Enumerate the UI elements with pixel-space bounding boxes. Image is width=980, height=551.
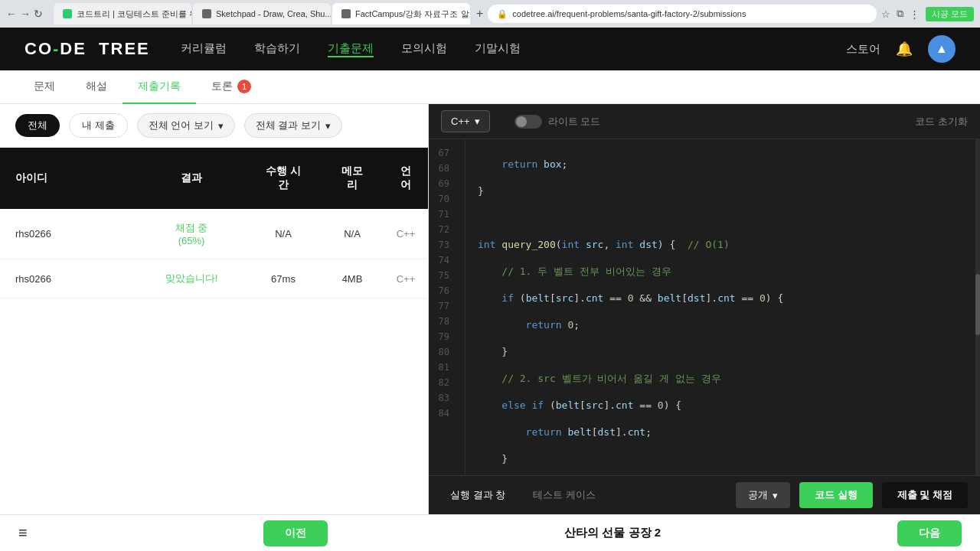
tab-solution[interactable]: 해설 (70, 70, 122, 104)
tab-submissions[interactable]: 제출기록 (122, 70, 196, 104)
scrollbar-thumb[interactable] (975, 274, 980, 335)
language-filter-label: 전체 언어 보기 (149, 119, 214, 132)
ln-71: 71 (429, 207, 456, 222)
sub-tabs: 문제 해설 제출기록 토론 1 (0, 70, 980, 104)
public-dropdown-icon: ▾ (773, 490, 778, 501)
row2-memory: 4MB (322, 273, 383, 285)
row2-status: 맞았습니다! (138, 272, 245, 285)
avatar[interactable]: ▲ (928, 35, 956, 63)
ln-72: 72 (429, 222, 456, 237)
language-select[interactable]: C++ ▾ (441, 110, 490, 132)
bell-icon[interactable]: 🔔 (896, 41, 913, 57)
theme-label: 라이트 모드 (548, 115, 601, 129)
ln-78: 78 (429, 314, 456, 329)
login-btn[interactable]: 시공 모드 (926, 7, 974, 21)
scrollbar-track[interactable] (975, 139, 980, 475)
language-filter-btn[interactable]: 전체 언어 보기 ▾ (137, 113, 235, 138)
theme-switch[interactable] (514, 115, 542, 129)
submission-row-1[interactable]: rhs0266 채점 중(65%) N/A N/A C++ (0, 209, 428, 259)
run-btn[interactable]: 코드 실행 (799, 482, 873, 508)
nav-items: 커리큘럼 학습하기 기출문제 모의시험 기말시험 (181, 41, 815, 57)
submission-row-2[interactable]: rhs0266 맞았습니다! 67ms 4MB C++ (0, 259, 428, 298)
ln-77: 77 (429, 298, 456, 314)
main-content: 전체 내 제출 전체 언어 보기 ▾ 전체 결과 보기 ▾ 아이디 결과 수행 … (0, 104, 980, 514)
tab-favicon-2 (202, 9, 211, 18)
new-tab-btn[interactable]: + (476, 7, 483, 21)
browser-tab-1[interactable]: 코드트리 | 코딩테스트 준비를 위 ✕ (54, 3, 191, 24)
reset-btn[interactable]: 코드 초기화 (915, 115, 968, 129)
menu-btn[interactable]: ≡ (18, 524, 28, 542)
language-value: C++ (451, 116, 470, 127)
tab-solution-label: 해설 (86, 80, 107, 93)
code-line-78: } (478, 452, 968, 467)
code-line-73: return 0; (478, 318, 968, 333)
mine-filter-btn[interactable]: 내 제출 (69, 113, 128, 138)
nav-item-final[interactable]: 기말시험 (475, 41, 521, 57)
row2-id: rhs0266 (15, 273, 138, 285)
result-dropdown-icon: ▾ (325, 120, 331, 132)
browser-tab-2[interactable]: Sketchpad - Draw, Crea, Shu... ✕ (193, 3, 331, 24)
code-content[interactable]: return box; } int query_200(int src, int… (466, 139, 980, 475)
browser-tab-3[interactable]: FactCampus/강화 자료구조 알고... ✕ (332, 3, 470, 24)
bookmark-icon[interactable]: ☆ (881, 8, 890, 20)
ln-84: 84 (429, 406, 456, 421)
code-line-72: if (belt[src].cnt == 0 && belt[dst].cnt … (478, 291, 968, 306)
browser-tabs: 코드트리 | 코딩테스트 준비를 위 ✕ Sketchpad - Draw, C… (54, 0, 483, 28)
ln-73: 73 (429, 237, 456, 253)
code-line-74: } (478, 344, 968, 360)
bottom-nav: ≡ 이전 산타의 선물 공장 2 다음 (0, 514, 980, 551)
row1-memory: N/A (322, 228, 383, 240)
line-numbers: 67 68 69 70 71 72 73 74 75 76 77 78 79 8… (429, 139, 466, 475)
ln-69: 69 (429, 176, 456, 191)
row1-status: 채점 중(65%) (138, 221, 245, 246)
browser-controls: ← → ↻ (6, 8, 43, 20)
code-line-69 (478, 210, 968, 226)
tab-favicon-1 (63, 9, 72, 18)
menu-icon[interactable]: ⋮ (910, 8, 920, 20)
logo: CO-DE TREE (24, 39, 150, 59)
row2-time: 67ms (245, 273, 322, 285)
forward-btn[interactable]: → (20, 8, 31, 20)
tab-label-2: Sketchpad - Draw, Crea, Shu... (216, 9, 331, 18)
nav-item-learning[interactable]: 학습하기 (254, 41, 300, 57)
tab-label-3: FactCampus/강화 자료구조 알고... (355, 8, 470, 20)
editor-bottom-toolbar: 실행 결과 창 테스트 케이스 공개 ▾ 코드 실행 제출 및 채점 (429, 475, 980, 514)
extensions-icon[interactable]: ⧉ (897, 8, 903, 20)
theme-toggle: 라이트 모드 (514, 115, 601, 129)
tab-label-1: 코드트리 | 코딩테스트 준비를 위 (77, 8, 191, 20)
left-toolbar: 전체 내 제출 전체 언어 보기 ▾ 전체 결과 보기 ▾ (0, 104, 428, 148)
code-line-77: return belt[dst].cnt; (478, 425, 968, 440)
editor-toolbar: C++ ▾ 라이트 모드 코드 초기화 (429, 104, 980, 139)
code-line-67: return box; (478, 157, 968, 172)
address-text: codetree.ai/frequent-problems/santa-gift… (512, 9, 746, 18)
col-header-time: 수행 시간 (245, 165, 322, 192)
result-tab[interactable]: 실행 결과 창 (441, 484, 514, 507)
reload-btn[interactable]: ↻ (34, 8, 43, 20)
tab-discussion[interactable]: 토론 1 (196, 70, 266, 104)
col-header-memory: 메모리 (322, 165, 383, 192)
row1-id: rhs0266 (15, 228, 138, 240)
submit-btn[interactable]: 제출 및 채점 (882, 482, 968, 508)
back-btn[interactable]: ← (6, 8, 17, 20)
testcase-tab[interactable]: 테스트 케이스 (524, 484, 605, 507)
public-btn[interactable]: 공개 ▾ (736, 482, 790, 508)
col-header-id: 아이디 (15, 171, 138, 185)
col-header-lang: 언어 (383, 165, 429, 192)
code-line-76: else if (belt[src].cnt == 0) { (478, 398, 968, 413)
prev-btn[interactable]: 이전 (263, 520, 328, 546)
nav-item-problems[interactable]: 기출문제 (328, 41, 374, 57)
nav-item-mock[interactable]: 모의시험 (401, 41, 447, 57)
all-filter-btn[interactable]: 전체 (15, 114, 60, 137)
ln-79: 79 (429, 329, 456, 344)
ln-76: 76 (429, 283, 456, 298)
table-header: 아이디 결과 수행 시간 메모리 언어 (0, 148, 428, 209)
ln-70: 70 (429, 191, 456, 207)
code-area: 67 68 69 70 71 72 73 74 75 76 77 78 79 8… (429, 139, 980, 475)
address-bar[interactable]: 🔒 codetree.ai/frequent-problems/santa-gi… (488, 5, 877, 23)
store-link[interactable]: 스토어 (846, 42, 880, 57)
tab-problem[interactable]: 문제 (18, 70, 70, 104)
nav-item-curriculum[interactable]: 커리큘럼 (181, 41, 227, 57)
next-btn[interactable]: 다음 (897, 520, 962, 546)
result-filter-btn[interactable]: 전체 결과 보기 ▾ (244, 113, 342, 138)
ln-81: 81 (429, 360, 456, 375)
